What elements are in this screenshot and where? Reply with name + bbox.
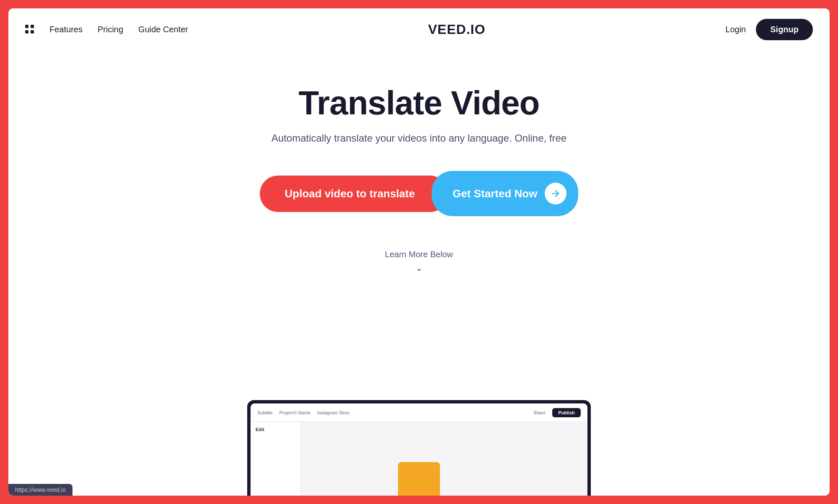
get-started-label: Get Started Now [453,187,537,200]
upload-video-button[interactable]: Upload video to translate [260,176,449,212]
screenshot-section: Subtitle Project's Name Instagram Story … [8,294,830,496]
grid-icon[interactable] [25,25,34,34]
hero-title: Translate Video [299,84,540,122]
get-started-button[interactable]: Get Started Now [432,171,578,216]
arrow-circle [545,183,566,204]
app-toolbar: Subtitle Project's Name Instagram Story … [251,403,587,422]
navbar: Features Pricing Guide Center VEED.IO Lo… [8,8,830,50]
main-frame: Features Pricing Guide Center VEED.IO Lo… [8,8,830,496]
app-subtitle-label: Subtitle [257,410,273,415]
orange-accent-decoration [398,462,440,496]
app-project-name: Project's Name [279,410,310,415]
chevron-down-icon: ⌄ [415,263,423,274]
nav-left: Features Pricing Guide Center [25,25,188,34]
logo: VEED.IO [428,22,486,37]
learn-more-text: Learn More Below [385,250,453,259]
hero-subtitle: Automatically translate your videos into… [272,132,566,144]
login-link[interactable]: Login [725,25,746,34]
learn-more-section[interactable]: Learn More Below ⌄ [385,250,453,274]
arrow-right-icon [551,189,561,199]
nav-pricing-link[interactable]: Pricing [98,25,123,34]
app-publish-button[interactable]: Publish [552,408,581,417]
app-share-label: Share [533,410,546,415]
app-sidebar: Edit [251,422,301,496]
cta-group: Upload video to translate Get Started No… [260,171,579,216]
app-main-area [301,422,587,496]
nav-center: VEED.IO [188,22,725,37]
app-instagram-story: Instagram Story [317,410,350,415]
nav-guide-center-link[interactable]: Guide Center [138,25,188,34]
nav-features-link[interactable]: Features [49,25,83,34]
app-edit-label: Edit [256,427,264,432]
main-content: Translate Video Automatically translate … [8,50,830,496]
signup-button[interactable]: Signup [756,19,813,40]
nav-right: Login Signup [725,19,813,40]
url-bar: https://www.veed.io [8,484,72,496]
